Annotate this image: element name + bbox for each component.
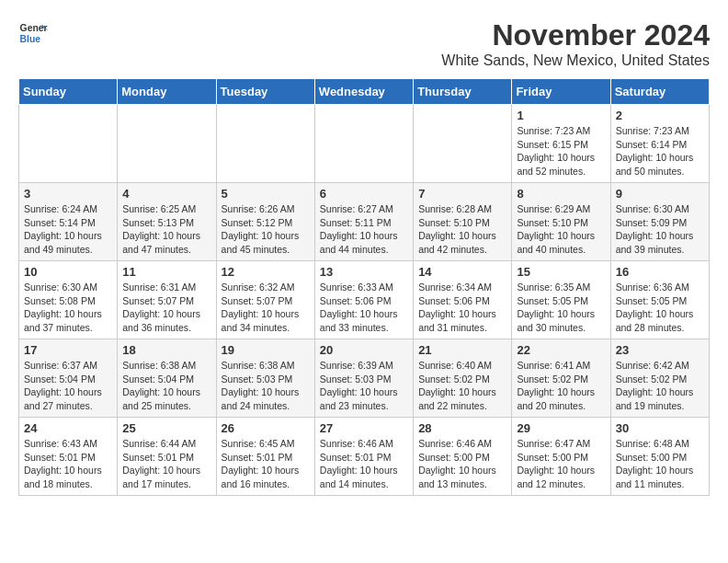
weekday-header-row: SundayMondayTuesdayWednesdayThursdayFrid… (19, 79, 710, 105)
day-info: Sunrise: 6:30 AM Sunset: 5:09 PM Dayligh… (616, 202, 704, 257)
day-number: 27 (320, 421, 408, 435)
day-cell: 23Sunrise: 6:42 AM Sunset: 5:02 PM Dayli… (610, 339, 709, 418)
day-cell (216, 105, 314, 183)
day-cell: 3Sunrise: 6:24 AM Sunset: 5:14 PM Daylig… (19, 183, 118, 261)
day-info: Sunrise: 6:41 AM Sunset: 5:02 PM Dayligh… (517, 359, 605, 413)
weekday-header-thursday: Thursday (414, 79, 512, 105)
day-info: Sunrise: 6:47 AM Sunset: 5:00 PM Dayligh… (517, 437, 605, 491)
day-cell: 14Sunrise: 6:34 AM Sunset: 5:06 PM Dayli… (414, 261, 512, 339)
day-info: Sunrise: 6:33 AM Sunset: 5:06 PM Dayligh… (320, 281, 408, 335)
day-number: 17 (24, 343, 112, 357)
day-cell: 26Sunrise: 6:45 AM Sunset: 5:01 PM Dayli… (216, 418, 314, 496)
day-number: 23 (616, 343, 704, 357)
day-number: 14 (418, 265, 506, 279)
day-info: Sunrise: 6:42 AM Sunset: 5:02 PM Dayligh… (616, 359, 704, 413)
day-info: Sunrise: 6:34 AM Sunset: 5:06 PM Dayligh… (418, 281, 506, 335)
day-number: 15 (517, 265, 605, 279)
day-number: 9 (616, 187, 704, 201)
day-cell: 21Sunrise: 6:40 AM Sunset: 5:02 PM Dayli… (414, 339, 512, 418)
day-cell: 8Sunrise: 6:29 AM Sunset: 5:10 PM Daylig… (512, 183, 610, 261)
day-cell: 24Sunrise: 6:43 AM Sunset: 5:01 PM Dayli… (19, 418, 118, 496)
day-cell: 12Sunrise: 6:32 AM Sunset: 5:07 PM Dayli… (216, 261, 314, 339)
svg-text:General: General (20, 23, 48, 33)
day-info: Sunrise: 6:45 AM Sunset: 5:01 PM Dayligh… (222, 437, 310, 491)
weekday-header-wednesday: Wednesday (314, 79, 413, 105)
day-cell (314, 105, 413, 183)
location-title: White Sands, New Mexico, United States (441, 52, 710, 69)
day-cell: 22Sunrise: 6:41 AM Sunset: 5:02 PM Dayli… (512, 339, 610, 418)
day-info: Sunrise: 6:46 AM Sunset: 5:01 PM Dayligh… (320, 437, 408, 491)
day-info: Sunrise: 6:39 AM Sunset: 5:03 PM Dayligh… (320, 359, 408, 413)
day-info: Sunrise: 6:48 AM Sunset: 5:00 PM Dayligh… (616, 437, 704, 491)
day-info: Sunrise: 6:43 AM Sunset: 5:01 PM Dayligh… (24, 437, 112, 491)
day-number: 2 (616, 109, 704, 122)
day-info: Sunrise: 6:38 AM Sunset: 5:04 PM Dayligh… (122, 359, 210, 413)
day-cell: 20Sunrise: 6:39 AM Sunset: 5:03 PM Dayli… (314, 339, 413, 418)
day-cell: 7Sunrise: 6:28 AM Sunset: 5:10 PM Daylig… (414, 183, 512, 261)
day-info: Sunrise: 6:24 AM Sunset: 5:14 PM Dayligh… (24, 202, 112, 257)
day-number: 26 (222, 421, 310, 435)
day-info: Sunrise: 6:36 AM Sunset: 5:05 PM Dayligh… (616, 281, 704, 335)
day-cell (19, 105, 118, 183)
header: General Blue November 2024 White Sands, … (18, 18, 710, 69)
title-area: November 2024 White Sands, New Mexico, U… (441, 18, 710, 69)
week-row-5: 24Sunrise: 6:43 AM Sunset: 5:01 PM Dayli… (19, 418, 710, 496)
day-number: 5 (222, 187, 310, 201)
calendar-body: 1Sunrise: 7:23 AM Sunset: 6:15 PM Daylig… (19, 105, 710, 496)
week-row-4: 17Sunrise: 6:37 AM Sunset: 5:04 PM Dayli… (19, 339, 710, 418)
day-info: Sunrise: 6:29 AM Sunset: 5:10 PM Dayligh… (517, 202, 605, 257)
day-cell: 13Sunrise: 6:33 AM Sunset: 5:06 PM Dayli… (314, 261, 413, 339)
day-cell: 17Sunrise: 6:37 AM Sunset: 5:04 PM Dayli… (19, 339, 118, 418)
weekday-header-friday: Friday (512, 79, 610, 105)
week-row-3: 10Sunrise: 6:30 AM Sunset: 5:08 PM Dayli… (19, 261, 710, 339)
day-number: 13 (320, 265, 408, 279)
day-cell: 19Sunrise: 6:38 AM Sunset: 5:03 PM Dayli… (216, 339, 314, 418)
day-number: 29 (517, 421, 605, 435)
day-info: Sunrise: 6:44 AM Sunset: 5:01 PM Dayligh… (122, 437, 210, 491)
day-cell: 4Sunrise: 6:25 AM Sunset: 5:13 PM Daylig… (118, 183, 216, 261)
day-cell: 15Sunrise: 6:35 AM Sunset: 5:05 PM Dayli… (512, 261, 610, 339)
day-cell: 10Sunrise: 6:30 AM Sunset: 5:08 PM Dayli… (19, 261, 118, 339)
calendar-table: SundayMondayTuesdayWednesdayThursdayFrid… (18, 78, 710, 496)
day-number: 11 (122, 265, 210, 279)
weekday-header-monday: Monday (118, 79, 216, 105)
day-info: Sunrise: 6:40 AM Sunset: 5:02 PM Dayligh… (418, 359, 506, 413)
day-number: 24 (24, 421, 112, 435)
day-info: Sunrise: 6:31 AM Sunset: 5:07 PM Dayligh… (122, 281, 210, 335)
day-number: 20 (320, 343, 408, 357)
day-number: 16 (616, 265, 704, 279)
day-number: 21 (418, 343, 506, 357)
day-info: Sunrise: 6:25 AM Sunset: 5:13 PM Dayligh… (122, 202, 210, 257)
svg-text:Blue: Blue (20, 34, 41, 44)
day-info: Sunrise: 6:28 AM Sunset: 5:10 PM Dayligh… (418, 202, 506, 257)
day-cell: 30Sunrise: 6:48 AM Sunset: 5:00 PM Dayli… (610, 418, 709, 496)
day-number: 22 (517, 343, 605, 357)
day-cell: 28Sunrise: 6:46 AM Sunset: 5:00 PM Dayli… (414, 418, 512, 496)
day-number: 6 (320, 187, 408, 201)
day-number: 19 (222, 343, 310, 357)
day-cell: 27Sunrise: 6:46 AM Sunset: 5:01 PM Dayli… (314, 418, 413, 496)
day-info: Sunrise: 6:38 AM Sunset: 5:03 PM Dayligh… (222, 359, 310, 413)
day-info: Sunrise: 6:27 AM Sunset: 5:11 PM Dayligh… (320, 202, 408, 257)
weekday-header-tuesday: Tuesday (216, 79, 314, 105)
day-cell: 29Sunrise: 6:47 AM Sunset: 5:00 PM Dayli… (512, 418, 610, 496)
logo: General Blue (18, 18, 48, 48)
weekday-header-sunday: Sunday (19, 79, 118, 105)
day-info: Sunrise: 6:37 AM Sunset: 5:04 PM Dayligh… (24, 359, 112, 413)
day-cell: 1Sunrise: 7:23 AM Sunset: 6:15 PM Daylig… (512, 105, 610, 183)
day-cell: 11Sunrise: 6:31 AM Sunset: 5:07 PM Dayli… (118, 261, 216, 339)
day-number: 28 (418, 421, 506, 435)
day-info: Sunrise: 6:35 AM Sunset: 5:05 PM Dayligh… (517, 281, 605, 335)
weekday-header-saturday: Saturday (610, 79, 709, 105)
day-number: 7 (418, 187, 506, 201)
day-cell: 2Sunrise: 7:23 AM Sunset: 6:14 PM Daylig… (610, 105, 709, 183)
day-info: Sunrise: 6:30 AM Sunset: 5:08 PM Dayligh… (24, 281, 112, 335)
day-number: 1 (517, 109, 605, 122)
day-cell (414, 105, 512, 183)
week-row-2: 3Sunrise: 6:24 AM Sunset: 5:14 PM Daylig… (19, 183, 710, 261)
day-number: 30 (616, 421, 704, 435)
day-number: 3 (24, 187, 112, 201)
day-cell: 16Sunrise: 6:36 AM Sunset: 5:05 PM Dayli… (610, 261, 709, 339)
day-info: Sunrise: 6:26 AM Sunset: 5:12 PM Dayligh… (222, 202, 310, 257)
day-info: Sunrise: 6:32 AM Sunset: 5:07 PM Dayligh… (222, 281, 310, 335)
